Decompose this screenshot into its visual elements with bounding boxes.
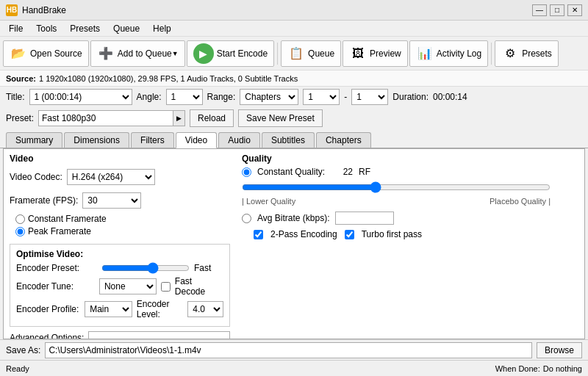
menu-file[interactable]: File <box>3 22 29 35</box>
presets-button[interactable]: ⚙ Presets <box>495 40 559 67</box>
encoder-profile-row: Encoder Profile: Main Encoder Level: 4.0 <box>16 299 223 319</box>
title-bar-controls: — □ ✕ <box>532 4 582 16</box>
separator-2 <box>491 43 492 65</box>
app-icon: HB <box>6 4 18 16</box>
encoder-profile-select[interactable]: Main <box>85 301 132 317</box>
angle-select[interactable]: 1 <box>166 89 203 105</box>
constant-quality-radio[interactable] <box>242 167 251 177</box>
open-source-button[interactable]: 📂 Open Source <box>3 40 89 67</box>
queue-label: Queue <box>308 48 334 59</box>
encoder-level-select[interactable]: 4.0 <box>187 301 223 317</box>
when-done-label: When Done: <box>495 364 540 373</box>
quality-slider[interactable] <box>242 181 551 193</box>
tab-audio[interactable]: Audio <box>218 132 260 148</box>
start-encode-button[interactable]: ▶ Start Encode <box>187 40 274 67</box>
range-from-select[interactable]: 1 <box>303 89 340 105</box>
queue-button[interactable]: 📋 Queue <box>281 40 341 67</box>
add-to-queue-button[interactable]: ➕ Add to Queue ▼ <box>90 40 185 67</box>
placebo-quality-label: Placebo Quality | <box>490 197 551 206</box>
preview-label: Preview <box>370 48 401 59</box>
encoder-preset-slider[interactable] <box>101 262 190 274</box>
save-as-label: Save As: <box>6 345 40 355</box>
minimize-button[interactable]: — <box>532 4 547 16</box>
app-title: HandBrake <box>22 5 66 15</box>
menu-queue[interactable]: Queue <box>107 22 146 35</box>
optimise-title: Optimise Video: <box>16 249 223 259</box>
encoder-profile-label: Encoder Profile: <box>16 304 80 314</box>
save-new-preset-button[interactable]: Save New Preset <box>238 109 323 127</box>
range-label: Range: <box>207 92 236 102</box>
separator-1 <box>277 43 278 65</box>
reload-button[interactable]: Reload <box>190 109 234 127</box>
menu-tools[interactable]: Tools <box>30 22 62 35</box>
two-pass-label: 2-Pass Encoding <box>270 229 337 239</box>
title-bar: HB HandBrake — □ ✕ <box>0 0 588 21</box>
duration-label: Duration: <box>392 92 429 102</box>
preview-icon: 🖼 <box>349 45 367 62</box>
lower-quality-label: | Lower Quality <box>242 197 295 206</box>
fast-decode-checkbox[interactable] <box>161 282 171 292</box>
presets-icon: ⚙ <box>501 45 519 62</box>
activity-log-button[interactable]: 📊 Activity Log <box>409 40 488 67</box>
tab-summary[interactable]: Summary <box>6 132 62 148</box>
range-type-select[interactable]: Chapters <box>240 89 298 105</box>
close-button[interactable]: ✕ <box>567 4 582 16</box>
queue-icon: 📋 <box>287 45 305 62</box>
maximize-button[interactable]: □ <box>550 4 564 16</box>
slider-labels: | Lower Quality Placebo Quality | <box>242 197 551 206</box>
codec-label: Video Codec: <box>10 172 62 182</box>
add-queue-arrow[interactable]: ▼ <box>172 50 179 57</box>
constant-framerate-radio[interactable] <box>15 214 25 224</box>
tab-filters[interactable]: Filters <box>131 132 174 148</box>
video-section-title: Video <box>10 153 230 164</box>
framerate-row: Framerate (FPS): 30 <box>10 190 230 211</box>
open-source-icon: 📂 <box>10 45 27 62</box>
preset-input-container: ▶ <box>38 110 185 126</box>
constant-framerate-row: Constant Framerate <box>10 214 230 224</box>
tab-dimensions[interactable]: Dimensions <box>64 132 129 148</box>
source-bar: Source: 1 1920x1080 (1920x1080), 29.98 F… <box>0 70 588 87</box>
save-bar: Save As: Browse <box>0 339 588 360</box>
preset-input[interactable] <box>39 111 173 126</box>
range-to-select[interactable]: 1 <box>351 89 388 105</box>
avg-bitrate-row: Avg Bitrate (kbps): <box>242 212 578 225</box>
advanced-textarea[interactable] <box>88 331 230 339</box>
start-encode-label: Start Encode <box>217 48 268 59</box>
encoder-preset-row: Encoder Preset: Fast <box>16 262 223 274</box>
menu-bar: File Tools Presets Queue Help <box>0 21 588 37</box>
encoder-tune-row: Encoder Tune: None Fast Decode <box>16 276 223 297</box>
constant-framerate-label: Constant Framerate <box>28 214 107 224</box>
save-path-input[interactable] <box>45 342 532 358</box>
presets-label: Presets <box>522 48 552 59</box>
framerate-label: Framerate (FPS): <box>10 195 78 206</box>
title-row: Title: 1 (00:00:14) Angle: 1 Range: Chap… <box>0 87 588 107</box>
preset-arrow-button[interactable]: ▶ <box>173 111 184 126</box>
preview-button[interactable]: 🖼 Preview <box>343 40 408 67</box>
source-label: Source: <box>6 74 36 83</box>
peak-framerate-radio[interactable] <box>15 227 25 236</box>
optimise-section: Optimise Video: Encoder Preset: Fast Enc… <box>10 244 230 327</box>
tab-chapters[interactable]: Chapters <box>316 132 371 148</box>
angle-label: Angle: <box>137 92 162 102</box>
tab-video[interactable]: Video <box>176 132 217 148</box>
title-select[interactable]: 1 (00:00:14) <box>29 89 132 105</box>
menu-presets[interactable]: Presets <box>64 22 106 35</box>
menu-help[interactable]: Help <box>147 22 177 35</box>
avg-bitrate-input[interactable] <box>335 212 394 225</box>
avg-bitrate-radio[interactable] <box>242 214 251 223</box>
encoder-tune-select[interactable]: None <box>99 278 157 294</box>
constant-quality-row: Constant Quality: 22 RF <box>242 167 578 177</box>
add-queue-icon: ➕ <box>97 45 115 62</box>
quality-section-title: Quality <box>242 153 578 164</box>
encoder-preset-value: Fast <box>194 263 211 273</box>
tab-subtitles[interactable]: Subtitles <box>262 132 315 148</box>
codec-select[interactable]: H.264 (x264) <box>67 169 155 185</box>
advanced-section: Advanced Options: <box>10 331 230 339</box>
turbo-checkbox[interactable] <box>345 230 354 239</box>
framerate-select[interactable]: 30 <box>82 192 141 209</box>
avg-bitrate-label: Avg Bitrate (kbps): <box>257 213 329 223</box>
encoder-tune-label: Encoder Tune: <box>16 281 95 292</box>
browse-button[interactable]: Browse <box>537 342 582 358</box>
two-pass-checkbox[interactable] <box>254 230 263 239</box>
duration-value: 00:00:14 <box>433 92 467 102</box>
